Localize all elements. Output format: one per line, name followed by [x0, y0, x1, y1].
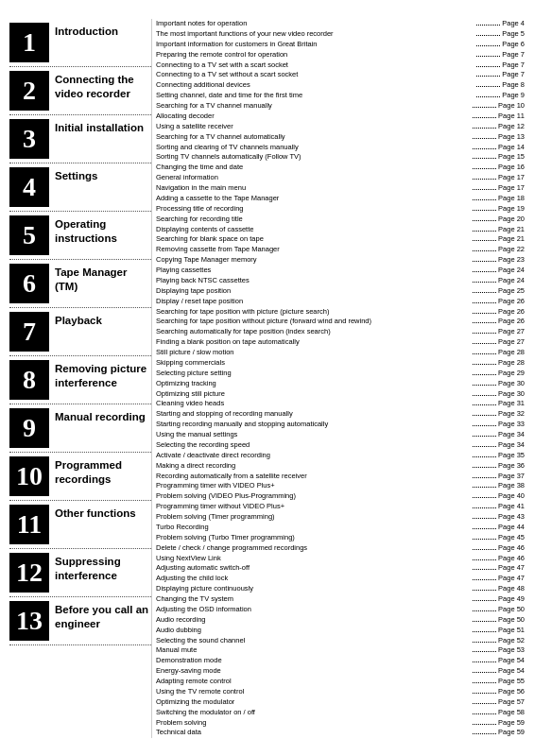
toc-dots [473, 579, 496, 580]
toc-text: Copying Tape Manager memory [156, 255, 471, 266]
toc-page-number: Page 28 [498, 348, 525, 358]
toc-row: Searching for a TV channel automatically… [156, 132, 525, 143]
toc-row: Adding a cassette to the Tape ManagerPag… [156, 194, 525, 204]
toc-row: Activate / deactivate direct recordingPa… [156, 451, 525, 461]
toc-page-number: Page 25 [498, 286, 525, 297]
toc-dots [476, 66, 500, 67]
toc-row: Optimizing the modulatorPage 57 [156, 697, 525, 708]
toc-row: Problem solving (Timer programming)Page … [156, 512, 525, 523]
toc-text: Important information for customers in G… [156, 40, 474, 50]
toc-dots [473, 631, 496, 632]
toc-page-number: Page 28 [498, 358, 525, 369]
toc-dots [476, 45, 500, 46]
chapter-item: 8Removing picture interference [9, 356, 151, 404]
chapter-title: Before you call an engineer [55, 601, 151, 631]
chapter-item: 12Suppressing interference [9, 549, 151, 597]
toc-text: Optimizing still picture [156, 389, 471, 400]
toc-page-number: Page 45 [498, 533, 525, 543]
toc-page-number: Page 9 [502, 91, 525, 101]
toc-row: Still picture / slow motionPage 28 [156, 348, 525, 358]
toc-row: Delete / check / change programmed recor… [156, 543, 525, 554]
toc-row: Connecting to a TV set with a scart sock… [156, 60, 525, 71]
toc-row: Finding a blank position on tape automat… [156, 337, 525, 348]
chapter-item: 7Playback [9, 308, 151, 356]
chapter-item: 13Before you call an engineer [9, 597, 151, 645]
toc-page-number: Page 31 [498, 399, 525, 409]
toc-text: Adjusting the OSD information [156, 605, 471, 615]
toc-page-number: Page 59 [498, 718, 525, 729]
toc-dots [473, 724, 496, 725]
toc-row: Displaying contents of cassettePage 21 [156, 225, 525, 235]
toc-text: Processing title of recording [156, 204, 471, 215]
toc-dots [473, 292, 496, 293]
toc-page-number: Page 58 [498, 708, 525, 718]
toc-dots [476, 96, 500, 97]
toc-text: Problem solving (Turbo Timer programming… [156, 533, 471, 543]
toc-row: Manual mutePage 53 [156, 645, 525, 656]
toc-text: Changing the time and date [156, 163, 471, 173]
toc-dots [473, 271, 496, 272]
toc-row: Starting recording manually and stopping… [156, 420, 525, 430]
toc-dots [473, 415, 496, 416]
chapter-item: 11Other functions [9, 501, 151, 549]
toc-dots [473, 497, 496, 498]
toc-row: Searching for tape position without pict… [156, 317, 525, 327]
toc-text: Delete / check / change programmed recor… [156, 543, 471, 554]
toc-text: Connecting to a TV set with a scart sock… [156, 60, 474, 71]
toc-page-number: Page 41 [498, 502, 525, 512]
toc-page-number: Page 18 [498, 194, 525, 204]
toc-dots [473, 395, 496, 396]
toc-row: Adapting remote controlPage 55 [156, 677, 525, 687]
chapter-list: 1Introduction2Connecting the video recor… [9, 19, 151, 738]
toc-row: The most important functions of your new… [156, 29, 525, 40]
toc-page-number: Page 21 [498, 225, 525, 235]
chapter-title: Programmed recordings [55, 456, 151, 487]
toc-dots [473, 651, 496, 652]
toc-page-number: Page 14 [498, 143, 525, 153]
toc-text: Setting channel, date and time for the f… [156, 91, 474, 101]
toc-dots [473, 168, 496, 169]
toc-dots [473, 662, 496, 662]
toc-dots [473, 128, 496, 129]
toc-dots [473, 117, 496, 118]
toc-text: Cleaning video heads [156, 399, 471, 409]
toc-dots [473, 179, 496, 180]
toc-row: Connecting to a TV set without a scart s… [156, 70, 525, 80]
toc-dots [473, 549, 496, 550]
toc-row: Programming timer with VIDEO Plus+Page 3… [156, 481, 525, 491]
toc-page-number: Page 15 [498, 152, 525, 163]
toc-text: Using NextView Link [156, 554, 471, 564]
toc-dots [476, 35, 500, 36]
toc-text: Searching for recording title [156, 215, 471, 225]
toc-row: Processing title of recordingPage 19 [156, 204, 525, 215]
toc-row: Selecting picture settingPage 29 [156, 369, 525, 379]
toc-page-number: Page 29 [498, 369, 525, 379]
chapter-number: 9 [9, 408, 49, 448]
toc-page-number: Page 17 [498, 173, 525, 183]
toc-page-number: Page 54 [498, 656, 525, 666]
toc-dots [473, 322, 496, 323]
toc-text: Optimizing tracking [156, 379, 471, 389]
chapter-number: 4 [9, 167, 49, 207]
chapter-number: 6 [9, 264, 49, 303]
chapter-title: Playback [55, 312, 102, 328]
toc-dots [473, 539, 496, 540]
toc-text: Optimizing the modulator [156, 697, 471, 708]
toc-dots [473, 682, 496, 683]
toc-page-number: Page 40 [498, 491, 525, 502]
toc-dots [473, 313, 496, 314]
toc-row: Setting channel, date and time for the f… [156, 91, 525, 101]
toc-text: Using the TV remote control [156, 687, 471, 697]
toc-dots [476, 76, 500, 77]
toc-row: Allocating decoderPage 11 [156, 112, 525, 122]
toc-row: Playing cassettesPage 24 [156, 266, 525, 276]
toc-text: Sorting TV channels automatically (Follo… [156, 152, 471, 163]
toc-dots [473, 353, 496, 354]
chapter-number: 5 [9, 215, 49, 255]
toc-row: Changing the TV systemPage 49 [156, 594, 525, 605]
toc-page-number: Page 20 [498, 215, 525, 225]
page: 1Introduction2Connecting the video recor… [0, 0, 534, 756]
toc-row: Searching for recording titlePage 20 [156, 215, 525, 225]
chapter-item: 2Connecting the video recorder [9, 67, 151, 115]
toc-page-number: Page 49 [498, 594, 525, 605]
